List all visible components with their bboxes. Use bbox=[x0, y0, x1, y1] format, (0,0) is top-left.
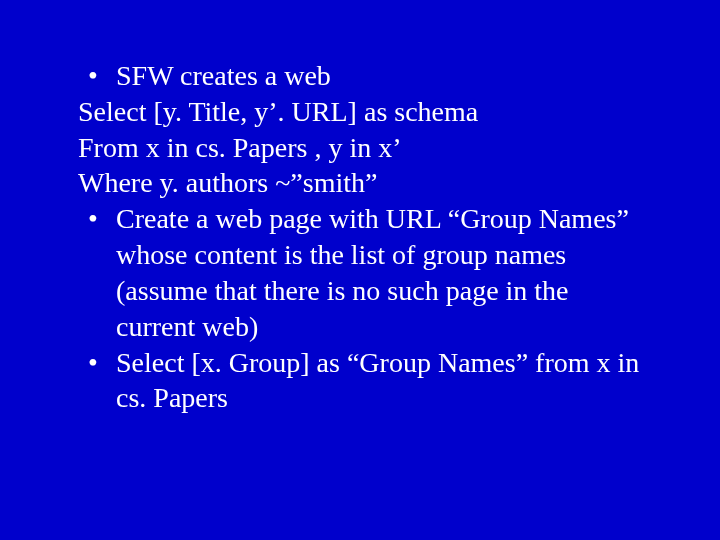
bullet-icon: • bbox=[78, 58, 116, 94]
bullet-item: • Select [x. Group] as “Group Names” fro… bbox=[78, 345, 642, 417]
bullet-item: • Create a web page with URL “Group Name… bbox=[78, 201, 642, 344]
bullet-item: • SFW creates a web bbox=[78, 58, 642, 94]
bullet-text: Create a web page with URL “Group Names”… bbox=[116, 201, 642, 344]
bullet-subline: Where y. authors ~”smith” bbox=[78, 165, 642, 201]
slide-content: • SFW creates a web Select [y. Title, y’… bbox=[78, 58, 642, 416]
bullet-subline: Select [y. Title, y’. URL] as schema bbox=[78, 94, 642, 130]
bullet-icon: • bbox=[78, 345, 116, 381]
bullet-icon: • bbox=[78, 201, 116, 237]
slide: • SFW creates a web Select [y. Title, y’… bbox=[0, 0, 720, 540]
bullet-subline: From x in cs. Papers , y in x’ bbox=[78, 130, 642, 166]
bullet-text: Select [x. Group] as “Group Names” from … bbox=[116, 345, 642, 417]
bullet-text: SFW creates a web bbox=[116, 58, 642, 94]
